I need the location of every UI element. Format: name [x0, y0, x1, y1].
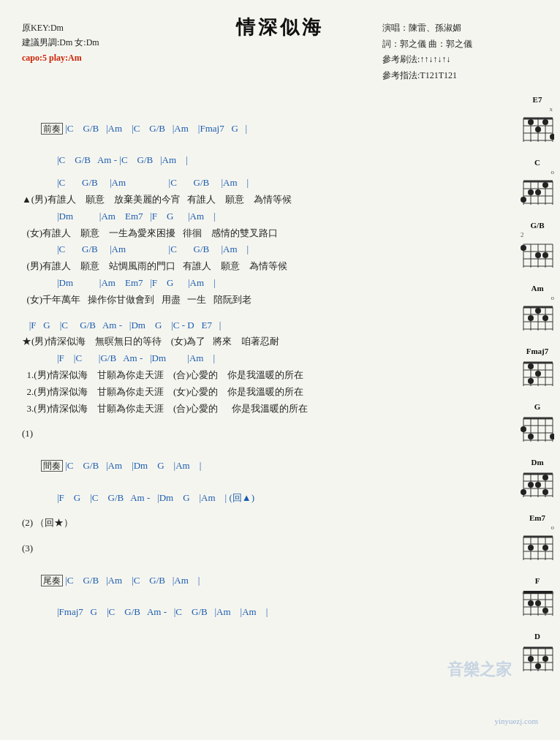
chorus-lyric3: 2.(男)情深似海 甘願為你走天涯 (女)心愛的 你是我溫暖的所在 — [22, 385, 476, 400]
svg-point-11 — [535, 127, 541, 132]
chorus-lyric1: ★(男)情深似海 無暝無日的等待 (女)為了 將來 咱著忍耐 — [22, 334, 476, 350]
outro-label: 尾奏 — [41, 575, 63, 586]
v1-lyric2: (女)有誰人 願意 一生為愛來困擾 徘徊 感情的雙叉路口 — [22, 226, 476, 241]
svg-point-87 — [542, 489, 548, 495]
chorus-lyric2: 1.(男)情深似海 甘願為你走天涯 (合)心愛的 你是我溫暖的所在 — [22, 368, 476, 383]
v1-lyric1: ▲(男)有誰人 願意 放棄美麗的今宵 有誰人 願意 為情等候 — [22, 192, 476, 208]
v1-chord2: |Dm |Am Em7 |F G |Am | — [22, 209, 476, 224]
main-content: 前奏 |C G/B |Am |C G/B |Am |Fmaj7 G | |C G… — [22, 106, 476, 620]
svg-point-124 — [535, 663, 541, 669]
chord-am: Am o — [521, 284, 554, 332]
chord-d: D — [521, 632, 554, 673]
svg-point-60 — [535, 371, 541, 377]
singer: 演唱：陳雷、孫淑媚 — [382, 20, 472, 37]
chord-em7: Em7 o — [521, 513, 554, 562]
svg-point-83 — [542, 475, 548, 480]
svg-point-12 — [550, 134, 554, 140]
chord-gb: G/B 2 — [521, 221, 554, 269]
chorus-section: |F G |C G/B Am - |Dm G |C - D E7 | ★(男)情… — [22, 318, 476, 417]
svg-point-111 — [535, 600, 541, 606]
svg-point-49 — [542, 315, 548, 321]
svg-text:音樂之家: 音樂之家 — [447, 660, 512, 679]
svg-point-35 — [521, 245, 526, 251]
original-key: 原KEY:Dm — [22, 20, 99, 35]
chord-f: F — [521, 576, 554, 617]
outro-line2: |Fmaj7 G |C G/B Am - |C G/B |Am |Am | — [22, 605, 476, 620]
prelude-label: 前奏 — [41, 123, 63, 135]
svg-point-71 — [521, 426, 526, 432]
v1-lyric4: (女)千年萬年 操作你甘做會到 用盡 一生 陪阮到老 — [22, 292, 476, 308]
outro-line1: 尾奏 |C G/B |Am |C G/B |Am | — [22, 558, 476, 603]
chord-fmaj7: Fmaj7 — [521, 347, 554, 388]
song-title: 情深似海 — [236, 17, 324, 38]
svg-point-48 — [528, 315, 534, 321]
section1: (1) 間奏 |C G/B |Am |Dm G |Am | |F G |C G/… — [22, 426, 476, 505]
meta-right: 演唱：陳雷、孫淑媚 詞：郭之儀 曲：郭之儀 參考刷法:↑↑↓↑↓↑↓ 參考指法:… — [382, 20, 472, 83]
section2-label: (2) （回★） — [22, 516, 476, 531]
v1-chord4: |Dm |Am Em7 |F G |Am | — [22, 276, 476, 291]
chorus-lyric4: 3.(男)情深似海 甘願為你走天涯 (合)心愛的 你是我溫暖的所在 — [22, 401, 476, 417]
svg-point-98 — [542, 545, 548, 551]
section3: (3) 尾奏 |C G/B |Am |C G/B |Am | |Fmaj7 G … — [22, 541, 476, 620]
strum-pattern: 參考刷法:↑↑↓↑↓↑↓ — [382, 52, 472, 68]
svg-point-61 — [528, 378, 534, 384]
svg-point-122 — [528, 656, 534, 662]
section3-label: (3) — [22, 541, 476, 556]
chord-diagrams: E7 x C o — [521, 95, 554, 679]
page: 情深似海 原KEY:Dm 建議男調:Dm 女:Dm capo:5 play:Am… — [0, 0, 560, 740]
svg-point-47 — [535, 308, 541, 314]
svg-point-112 — [542, 608, 548, 613]
section1-interlude-line2: |F G |C G/B Am - |Dm G |Am | (回▲) — [22, 491, 476, 506]
prelude-section: 前奏 |C G/B |Am |C G/B |Am |Fmaj7 G | |C G… — [22, 106, 476, 168]
section1-interlude-line1: 間奏 |C G/B |Am |Dm G |Am | — [22, 443, 476, 488]
suggestion: 建議男調:Dm 女:Dm — [22, 35, 99, 50]
svg-point-73 — [550, 434, 554, 439]
svg-point-110 — [528, 600, 534, 606]
v1-chord1: |C G/B |Am |C G/B |Am | — [22, 175, 476, 191]
v1-lyric3: (男)有誰人 願意 站惆風雨的門口 有誰人 願意 為情等候 — [22, 259, 476, 274]
chord-c: C o — [521, 158, 554, 206]
interlude-label: 間奏 — [41, 460, 63, 472]
chord-e7: E7 x — [521, 95, 554, 143]
svg-point-25 — [521, 197, 526, 203]
svg-point-123 — [542, 656, 548, 662]
section1-label: (1) — [22, 426, 476, 442]
meta-left: 原KEY:Dm 建議男調:Dm 女:Dm capo:5 play:Am — [22, 20, 99, 65]
prelude-line2: |C G/B Am - |C G/B |Am | — [22, 153, 476, 168]
prelude-line1: 前奏 |C G/B |Am |C G/B |Am |Fmaj7 G | — [22, 106, 476, 151]
svg-point-23 — [528, 189, 534, 195]
svg-point-37 — [542, 252, 548, 258]
svg-point-10 — [542, 119, 548, 125]
svg-point-9 — [528, 119, 534, 125]
chorus-chord1: |F G |C G/B Am - |Dm G |C - D E7 | — [22, 318, 476, 333]
lyricist: 詞：郭之儀 曲：郭之儀 — [382, 37, 472, 53]
fingering: 參考指法:T121T121 — [382, 68, 472, 84]
section2: (2) （回★） — [22, 516, 476, 531]
watermark-area: 音樂之家 — [436, 653, 523, 700]
v1-chord3: |C G/B |Am |C G/B |Am | — [22, 242, 476, 257]
chorus-chord2: |F |C |G/B Am - |Dm |Am | — [22, 351, 476, 366]
svg-point-85 — [535, 482, 541, 488]
svg-point-72 — [528, 434, 534, 439]
chord-dm: Dm — [521, 458, 554, 499]
svg-point-22 — [542, 182, 548, 188]
svg-point-59 — [528, 363, 534, 369]
chord-g: G — [521, 402, 554, 443]
svg-point-24 — [535, 189, 541, 195]
svg-point-86 — [521, 489, 526, 495]
verse1-section: |C G/B |Am |C G/B |Am | ▲(男)有誰人 願意 放棄美麗的… — [22, 175, 476, 307]
svg-point-84 — [528, 482, 534, 488]
svg-point-36 — [535, 252, 541, 258]
watermark-url: yinyuezj.com — [494, 717, 538, 725]
capo-line: capo:5 play:Am — [22, 50, 99, 65]
svg-point-97 — [528, 545, 534, 551]
